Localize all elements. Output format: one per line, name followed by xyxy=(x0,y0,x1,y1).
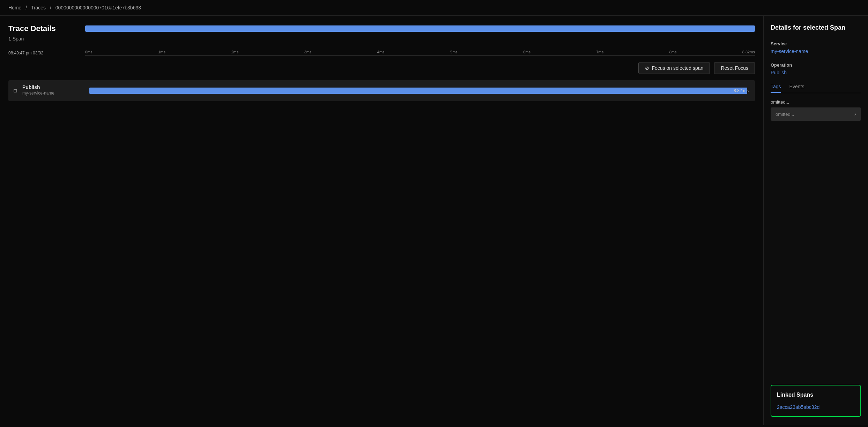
omitted-value: omitted... › xyxy=(771,107,861,121)
breadcrumb-sep-1: / xyxy=(25,5,27,10)
reset-focus-button[interactable]: Reset Focus xyxy=(714,62,755,74)
tab-tags[interactable]: Tags xyxy=(771,84,781,93)
focus-on-span-button[interactable]: ⊘ Focus on selected span xyxy=(638,62,710,74)
breadcrumb-sep-2: / xyxy=(50,5,51,10)
tick-8: 8ms xyxy=(669,50,677,54)
tick-5: 5ms xyxy=(450,50,458,54)
breadcrumb-traces[interactable]: Traces xyxy=(31,5,46,10)
tick-1: 1ms xyxy=(158,50,165,54)
omitted-expand-icon: › xyxy=(854,111,856,117)
omitted-value-text: omitted... xyxy=(776,112,794,117)
service-label: Service xyxy=(771,41,861,46)
timeline-timestamp: 08:49:47 pm 03/02 xyxy=(8,51,85,55)
tabs-row: Tags Events xyxy=(771,84,861,93)
focus-button-label: Focus on selected span xyxy=(652,65,704,71)
details-panel-title: Details for selected Span xyxy=(771,24,861,31)
tick-4: 4ms xyxy=(377,50,385,54)
trace-title-block: Trace Details 1 Span xyxy=(8,24,85,42)
span-duration: 8.82 ms xyxy=(734,88,749,93)
actions-row: ⊘ Focus on selected span Reset Focus xyxy=(8,56,763,80)
span-service: my-service-name xyxy=(22,91,85,96)
reset-button-label: Reset Focus xyxy=(721,65,748,71)
span-bar xyxy=(89,88,747,94)
linked-spans-box: Linked Spans 2acca23ab5abc32d xyxy=(771,385,861,417)
trace-title: Trace Details xyxy=(8,24,85,33)
linked-span-id[interactable]: 2acca23ab5abc32d xyxy=(777,404,855,410)
tick-0: 0ms xyxy=(85,50,92,54)
trace-span-count: 1 Span xyxy=(8,36,85,42)
span-indent xyxy=(8,80,22,101)
tick-9: 8.82ms xyxy=(742,50,755,54)
tick-6: 6ms xyxy=(523,50,531,54)
span-dot xyxy=(14,89,17,92)
operation-label: Operation xyxy=(771,62,861,68)
breadcrumb-home[interactable]: Home xyxy=(8,5,21,10)
details-panel: Details for selected Span Service my-ser… xyxy=(763,16,868,425)
trace-header: Trace Details 1 Span xyxy=(8,24,763,42)
breadcrumb: Home / Traces / 00000000000000007016a1ef… xyxy=(0,0,868,16)
omitted-label: omitted... xyxy=(771,99,861,105)
main-layout: Trace Details 1 Span 08:49:47 pm 03/02 0… xyxy=(0,16,868,425)
trace-top-bar xyxy=(85,25,755,32)
span-name: Publish xyxy=(22,84,85,90)
filter-icon: ⊘ xyxy=(645,65,649,71)
span-timeline: 8.82 ms xyxy=(85,80,755,101)
tick-7: 7ms xyxy=(596,50,603,54)
trace-top-bar-container xyxy=(85,24,755,32)
span-label-block: Publish my-service-name xyxy=(22,80,85,101)
trace-panel: Trace Details 1 Span 08:49:47 pm 03/02 0… xyxy=(0,16,763,425)
operation-value[interactable]: Publish xyxy=(771,70,861,75)
timeline-row: 08:49:47 pm 03/02 0ms 1ms 2ms 3ms 4ms 5m… xyxy=(8,50,763,56)
tick-2: 2ms xyxy=(231,50,238,54)
timeline-ticks: 0ms 1ms 2ms 3ms 4ms 5ms 6ms 7ms 8ms 8.82… xyxy=(85,50,755,56)
service-value[interactable]: my-service-name xyxy=(771,48,861,54)
tab-events[interactable]: Events xyxy=(789,84,804,93)
linked-spans-title: Linked Spans xyxy=(777,392,855,398)
span-row[interactable]: Publish my-service-name 8.82 ms xyxy=(8,80,755,101)
breadcrumb-trace-id: 00000000000000007016a1efe7b3b633 xyxy=(55,5,141,10)
tick-3: 3ms xyxy=(304,50,312,54)
